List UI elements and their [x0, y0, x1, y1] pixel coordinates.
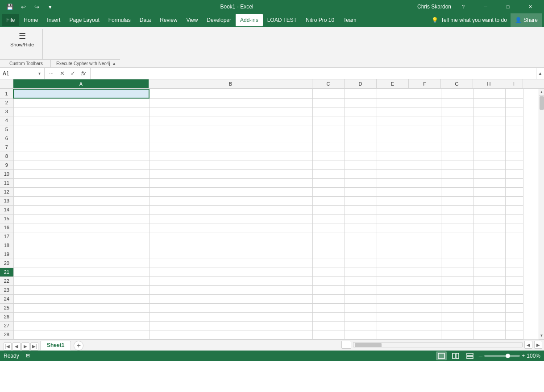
cell-A3[interactable] [13, 107, 149, 116]
cell-E19[interactable] [377, 250, 409, 259]
cell-F15[interactable] [409, 214, 441, 223]
cell-E13[interactable] [377, 196, 409, 205]
redo-button[interactable]: ↪ [30, 0, 43, 13]
cell-H23[interactable] [473, 285, 505, 294]
cell-A10[interactable] [13, 169, 149, 178]
cell-D4[interactable] [345, 116, 377, 125]
cell-I12[interactable] [505, 187, 523, 196]
tell-me-search[interactable]: 💡 Tell me what you want to do [428, 17, 511, 23]
cell-F2[interactable] [409, 98, 441, 107]
cell-H25[interactable] [473, 303, 505, 312]
cell-D3[interactable] [345, 107, 377, 116]
row-header-14[interactable]: 14 [0, 205, 13, 214]
cell-C17[interactable] [312, 232, 345, 241]
cell-E20[interactable] [377, 259, 409, 268]
cell-C3[interactable] [312, 107, 345, 116]
cell-D5[interactable] [345, 125, 377, 134]
cell-A26[interactable] [13, 312, 149, 321]
cell-G8[interactable] [441, 152, 473, 161]
cell-B10[interactable] [149, 169, 312, 178]
cell-C15[interactable] [312, 214, 345, 223]
cell-I5[interactable] [505, 125, 523, 134]
cell-C7[interactable] [312, 143, 345, 152]
cell-E1[interactable] [377, 89, 409, 98]
cell-G1[interactable] [441, 89, 473, 98]
cell-H24[interactable] [473, 294, 505, 303]
cell-G9[interactable] [441, 161, 473, 169]
cell-E26[interactable] [377, 312, 409, 321]
h-scroll-left-button[interactable]: ◀ [524, 341, 532, 349]
cell-I9[interactable] [505, 161, 523, 169]
cell-I26[interactable] [505, 312, 523, 321]
cell-G14[interactable] [441, 205, 473, 214]
save-button[interactable]: 💾 [4, 0, 16, 13]
scroll-track[interactable] [539, 96, 544, 332]
row-header-12[interactable]: 12 [0, 187, 13, 196]
cell-E4[interactable] [377, 116, 409, 125]
menu-item-load-test[interactable]: LOAD TEST [263, 14, 301, 26]
cell-E7[interactable] [377, 143, 409, 152]
cell-I16[interactable] [505, 223, 523, 232]
cell-E25[interactable] [377, 303, 409, 312]
row-header-2[interactable]: 2 [0, 98, 13, 107]
menu-item-page-layout[interactable]: Page Layout [65, 14, 104, 26]
cell-D15[interactable] [345, 214, 377, 223]
cell-F25[interactable] [409, 303, 441, 312]
menu-item-team[interactable]: Team [339, 14, 361, 26]
cell-A17[interactable] [13, 232, 149, 241]
cell-D9[interactable] [345, 161, 377, 169]
cell-I25[interactable] [505, 303, 523, 312]
cell-B28[interactable] [149, 330, 312, 339]
cell-B13[interactable] [149, 196, 312, 205]
cell-B25[interactable] [149, 303, 312, 312]
cell-B11[interactable] [149, 178, 312, 187]
menu-item-nitro-pro[interactable]: Nitro Pro 10 [301, 14, 339, 26]
row-header-9[interactable]: 9 [0, 161, 13, 169]
cell-I6[interactable] [505, 134, 523, 143]
cell-A21[interactable] [13, 268, 149, 276]
cell-A9[interactable] [13, 161, 149, 169]
cell-B19[interactable] [149, 250, 312, 259]
page-break-indicator-button[interactable]: ⊞ [23, 351, 33, 360]
cell-D16[interactable] [345, 223, 377, 232]
cell-E22[interactable] [377, 276, 409, 285]
cell-G17[interactable] [441, 232, 473, 241]
cell-B22[interactable] [149, 276, 312, 285]
cell-H21[interactable] [473, 268, 505, 276]
cell-H27[interactable] [473, 321, 505, 330]
cell-B21[interactable] [149, 268, 312, 276]
cell-E3[interactable] [377, 107, 409, 116]
cell-A6[interactable] [13, 134, 149, 143]
cell-B23[interactable] [149, 285, 312, 294]
cell-G16[interactable] [441, 223, 473, 232]
col-header-b[interactable]: B [149, 79, 312, 88]
col-header-f[interactable]: F [409, 79, 441, 88]
quick-access-dropdown[interactable]: ▾ [44, 0, 56, 13]
cell-G3[interactable] [441, 107, 473, 116]
cell-H15[interactable] [473, 214, 505, 223]
cell-H14[interactable] [473, 205, 505, 214]
cell-G2[interactable] [441, 98, 473, 107]
cell-I10[interactable] [505, 169, 523, 178]
cell-G10[interactable] [441, 169, 473, 178]
cell-E6[interactable] [377, 134, 409, 143]
close-button[interactable]: ✕ [520, 0, 540, 13]
row-header-19[interactable]: 19 [0, 250, 13, 259]
row-header-1[interactable]: 1 [0, 89, 13, 98]
col-header-e[interactable]: E [377, 79, 409, 88]
cell-C18[interactable] [312, 241, 345, 250]
row-header-6[interactable]: 6 [0, 134, 13, 143]
cell-G26[interactable] [441, 312, 473, 321]
cell-D26[interactable] [345, 312, 377, 321]
cell-A23[interactable] [13, 285, 149, 294]
cell-F1[interactable] [409, 89, 441, 98]
cell-B6[interactable] [149, 134, 312, 143]
cell-B7[interactable] [149, 143, 312, 152]
cell-E2[interactable] [377, 98, 409, 107]
cell-A28[interactable] [13, 330, 149, 339]
cell-H22[interactable] [473, 276, 505, 285]
cell-I11[interactable] [505, 178, 523, 187]
cell-I17[interactable] [505, 232, 523, 241]
cell-B8[interactable] [149, 152, 312, 161]
cell-B16[interactable] [149, 223, 312, 232]
